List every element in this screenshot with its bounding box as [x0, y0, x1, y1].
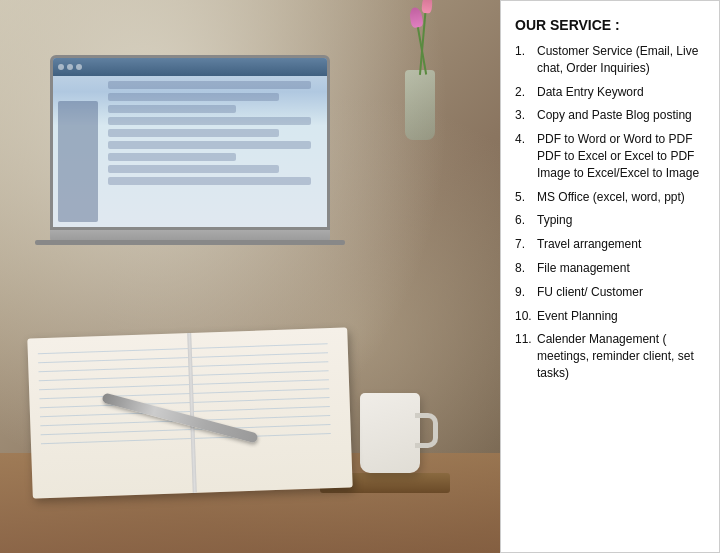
- service-num: 5.: [515, 189, 537, 206]
- screen-line: [108, 141, 311, 149]
- service-num: 4.: [515, 131, 537, 181]
- laptop: [50, 55, 330, 255]
- service-text: Typing: [537, 212, 705, 229]
- screen-dot: [76, 64, 82, 70]
- service-text: Copy and Paste Blog posting: [537, 107, 705, 124]
- photo-section: [0, 0, 500, 553]
- photo-background: [0, 0, 500, 553]
- service-text: File management: [537, 260, 705, 277]
- screen-content: [53, 58, 327, 227]
- screen-line: [108, 165, 279, 173]
- service-item-6: 6.Typing: [515, 212, 705, 229]
- service-item-9: 9.FU client/ Customer: [515, 284, 705, 301]
- service-item-2: 2.Data Entry Keyword: [515, 84, 705, 101]
- service-num: 6.: [515, 212, 537, 229]
- service-num: 9.: [515, 284, 537, 301]
- notebook-line: [39, 370, 329, 381]
- vase-body: [405, 70, 435, 140]
- notebook-line: [41, 424, 331, 435]
- screen-line: [108, 177, 311, 185]
- service-num: 8.: [515, 260, 537, 277]
- screen-line: [108, 93, 279, 101]
- coffee-mug: [360, 393, 420, 473]
- service-text: Event Planning: [537, 308, 705, 325]
- service-num: 1.: [515, 43, 537, 77]
- screen-lines: [103, 76, 327, 190]
- notebook-line: [39, 388, 329, 399]
- service-item-10: 10.Event Planning: [515, 308, 705, 325]
- service-num: 10.: [515, 308, 537, 325]
- screen-line: [108, 105, 236, 113]
- main-container: OUR SERVICE : 1.Customer Service (Email,…: [0, 0, 720, 553]
- service-text: Calender Management ( meetings, reminder…: [537, 331, 705, 381]
- service-item-3: 3.Copy and Paste Blog posting: [515, 107, 705, 124]
- service-item-11: 11.Calender Management ( meetings, remin…: [515, 331, 705, 381]
- notebook-line: [38, 361, 328, 372]
- flower-head-2: [421, 0, 433, 14]
- screen-dot: [58, 64, 64, 70]
- notebook-line: [41, 433, 331, 444]
- service-text: FU client/ Customer: [537, 284, 705, 301]
- service-num: 7.: [515, 236, 537, 253]
- service-item-4: 4.PDF to Word or Word to PDF PDF to Exce…: [515, 131, 705, 181]
- service-item-5: 5.MS Office (excel, word, ppt): [515, 189, 705, 206]
- notebook-line: [39, 379, 329, 390]
- service-num: 3.: [515, 107, 537, 124]
- flower-vase: [400, 30, 440, 140]
- service-text: PDF to Word or Word to PDF PDF to Excel …: [537, 131, 705, 181]
- service-text: Customer Service (Email, Live chat, Orde…: [537, 43, 705, 77]
- laptop-base: [50, 230, 330, 242]
- screen-line: [108, 129, 279, 137]
- screen-line: [108, 117, 311, 125]
- screen-line: [108, 153, 236, 161]
- screen-line: [108, 81, 311, 89]
- screen-bar: [53, 58, 327, 76]
- services-title: OUR SERVICE :: [515, 17, 705, 33]
- services-panel: OUR SERVICE : 1.Customer Service (Email,…: [500, 0, 720, 553]
- services-list: 1.Customer Service (Email, Live chat, Or…: [515, 43, 705, 382]
- service-item-7: 7.Travel arrangement: [515, 236, 705, 253]
- screen-dot: [67, 64, 73, 70]
- screen-sidebar: [58, 101, 98, 222]
- service-text: MS Office (excel, word, ppt): [537, 189, 705, 206]
- notebook: [27, 327, 352, 498]
- service-text: Travel arrangement: [537, 236, 705, 253]
- notebook-line: [38, 352, 328, 363]
- service-item-1: 1.Customer Service (Email, Live chat, Or…: [515, 43, 705, 77]
- service-item-8: 8.File management: [515, 260, 705, 277]
- laptop-screen: [50, 55, 330, 230]
- service-num: 2.: [515, 84, 537, 101]
- service-num: 11.: [515, 331, 537, 381]
- notebook-line: [40, 397, 330, 408]
- notebook-line: [38, 343, 328, 354]
- service-text: Data Entry Keyword: [537, 84, 705, 101]
